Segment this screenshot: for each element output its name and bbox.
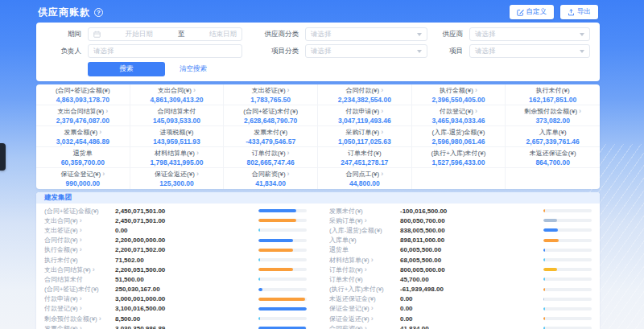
search-button[interactable]: 搜索 (88, 62, 165, 76)
stat-value[interactable]: 3,032,454,486.89 (56, 138, 109, 146)
help-icon[interactable]: ? (94, 8, 103, 17)
supplier-category-select[interactable]: 请选择 (305, 27, 427, 41)
stat-card[interactable]: 合同薪资(¥)›41,834.00 (224, 168, 318, 189)
page-header: 供应商账款 ? 自定义 导出 (36, 5, 600, 19)
header-actions: 自定义 导出 (503, 5, 599, 19)
stat-value[interactable]: 802,665,747.46 (247, 158, 295, 167)
page-title: 供应商账款 (38, 6, 90, 19)
clear-search-link[interactable]: 清空搜索 (180, 64, 207, 74)
metric-bar (258, 249, 307, 252)
metric-value: 2,450,071,501.00 (115, 208, 258, 215)
metric-label[interactable]: 保证金返还(¥)› (329, 315, 400, 323)
metric-value: 2,200,071,502.00 (115, 246, 258, 253)
metric-label[interactable]: 合同薪资(¥)› (329, 324, 400, 329)
metric-bar (543, 317, 592, 320)
metric-label[interactable]: 支出合同(¥)› (44, 216, 115, 225)
stat-value[interactable]: 41,834.00 (255, 179, 286, 187)
stat-value[interactable]: 1,783,765.50 (250, 96, 291, 104)
stat-card: 合同结算未付145,093,533.00 (130, 105, 225, 126)
group-name: 建发集团 (44, 193, 72, 203)
stat-card[interactable]: 付款登记(¥)›3,465,934,033.46 (412, 105, 506, 126)
stat-card[interactable]: 剩余预付款金额(¥)›373,082.00 (506, 105, 600, 126)
stat-card[interactable]: 保证金登记(¥)›990,000.00 (36, 168, 130, 189)
metric-label[interactable]: 剩余预付款金额(¥)› (44, 315, 115, 323)
stat-value[interactable]: 1,050,117,025.63 (338, 138, 391, 146)
stat-card[interactable]: 保证金返还(¥)›125,300.00 (130, 168, 225, 189)
metric-label[interactable]: 付款申请(¥)› (44, 294, 115, 303)
stat-value[interactable]: 990,000.00 (66, 179, 101, 187)
metric-row: 入库单(¥)898,011,000.00 (329, 236, 592, 245)
manager-placeholder: 请选择 (93, 47, 114, 56)
manager-input[interactable]: 请选择 (88, 44, 242, 58)
stat-card[interactable]: 发票金额(¥)›3,032,454,486.89 (36, 126, 130, 147)
stat-value[interactable]: 125,300.00 (159, 179, 194, 187)
stat-value[interactable]: 2,396,550,405.00 (431, 96, 485, 104)
metric-label[interactable]: 支出合同结算(¥)› (44, 265, 115, 274)
chevron-right-icon: › (287, 87, 290, 94)
customize-button[interactable]: 自定义 (510, 5, 555, 19)
metric-row: 发票未付(¥)-100,016,500.00 (329, 206, 592, 216)
stat-card[interactable]: 订单付款(¥)›802,665,747.46 (224, 147, 318, 168)
metric-label[interactable]: 材料结算单(¥)› (329, 256, 400, 265)
metric-row: 付款申请(¥)›3,000,001,000.00 (44, 294, 307, 304)
metric-value: 0.00 (400, 305, 543, 312)
stat-card[interactable]: 支出签证(¥)›1,783,765.50 (224, 84, 318, 105)
metric-label[interactable]: 支出签证(¥)› (44, 226, 115, 235)
metric-label[interactable]: 合同付款(¥)› (44, 236, 115, 245)
stat-label: 保证金返还(¥)› (155, 170, 199, 179)
metric-label[interactable]: 发票金额(¥)› (44, 324, 115, 329)
stat-card[interactable]: 支出合同结算(¥)›2,379,476,087.00 (36, 105, 130, 126)
stat-card[interactable]: 采购订单(¥)›1,050,117,025.63 (318, 126, 412, 147)
stat-value[interactable]: 3,465,934,033.46 (431, 117, 485, 125)
stat-card[interactable]: 合同点工(¥)›44,800.00 (318, 168, 412, 189)
metric-value: 8,500.00 (115, 315, 258, 323)
stat-card[interactable]: 付款申请(¥)›3,047,119,493.46 (318, 105, 412, 126)
stat-value[interactable]: 373,082.00 (535, 117, 570, 125)
stat-value[interactable]: 3,047,119,493.46 (338, 117, 391, 125)
stat-card[interactable]: 执行金额(¥)›2,396,550,405.00 (412, 84, 506, 105)
metric-label[interactable]: 采购订单(¥)› (329, 216, 400, 225)
metric-row: 支出合同(¥)›2,450,071,501.00 (44, 216, 307, 225)
stat-label: 合同付款(¥)› (345, 86, 383, 95)
stat-value[interactable]: 4,861,309,413.20 (150, 96, 203, 104)
export-button[interactable]: 导出 (560, 5, 598, 19)
stat-label: 订单未付(¥) (348, 149, 382, 158)
metric-row: 执行未付(¥)71,502.00 (44, 255, 307, 265)
project-select[interactable]: 请选择 (469, 44, 590, 58)
stat-value[interactable]: 2,234,382,554.00 (338, 96, 391, 104)
title-wrap: 供应商账款 ? (38, 6, 103, 19)
chevron-right-icon: › (371, 305, 374, 312)
side-drawer-handle[interactable] (0, 143, 6, 171)
metric-value: 250,030,167.00 (115, 286, 258, 293)
stat-card: (执行+入库)未付(¥)1,527,596,433.00 (412, 147, 506, 168)
stat-value[interactable]: 2,379,476,087.00 (56, 117, 109, 125)
stat-card: (合同+签证)未付(¥)2,628,648,790.70 (224, 105, 318, 126)
date-range-input[interactable]: 开始日期 至 结束日期 (88, 27, 242, 41)
group-header-row[interactable]: 建发集团 (36, 192, 600, 204)
customize-label: 自定义 (526, 7, 547, 17)
metric-bar (543, 278, 592, 281)
metric-value: 71,502.00 (115, 257, 258, 264)
supplier-select[interactable]: 请选择 (469, 27, 590, 41)
stat-card[interactable]: 支出合同(¥)›4,861,309,413.20 (130, 84, 225, 105)
metric-value: 45,700.00 (400, 276, 543, 283)
stat-value[interactable]: 44,800.00 (349, 179, 380, 187)
metric-label[interactable]: 订单付款(¥)› (329, 265, 400, 274)
metric-bar (543, 268, 592, 271)
stat-card: 入库单(¥)2,657,339,761.46 (506, 126, 600, 147)
metric-label[interactable]: 执行金额(¥)› (44, 245, 115, 254)
metric-label[interactable]: 付款登记(¥)› (44, 304, 115, 313)
chevron-right-icon: › (102, 171, 105, 178)
stat-card[interactable]: 合同付款(¥)›2,234,382,554.00 (318, 84, 412, 105)
stat-card[interactable]: 材料结算单(¥)›1,798,431,995.00 (130, 147, 225, 168)
metric-row: 订单未付(¥)45,700.00 (329, 274, 592, 284)
metric-value: 898,011,000.00 (400, 236, 543, 244)
metric-label: 执行未付(¥) (44, 256, 115, 265)
chevron-right-icon: › (80, 246, 82, 253)
stat-card: (入库-退货)金额(¥)2,596,980,061.46 (412, 126, 506, 147)
stat-label: 退货单 (73, 149, 93, 158)
stat-label: 合同点工(¥)› (345, 170, 383, 179)
metric-label[interactable]: 保证金登记(¥)› (329, 304, 400, 313)
project-category-select[interactable]: 请选择 (305, 44, 427, 58)
stat-value[interactable]: 1,798,431,995.00 (150, 158, 203, 167)
